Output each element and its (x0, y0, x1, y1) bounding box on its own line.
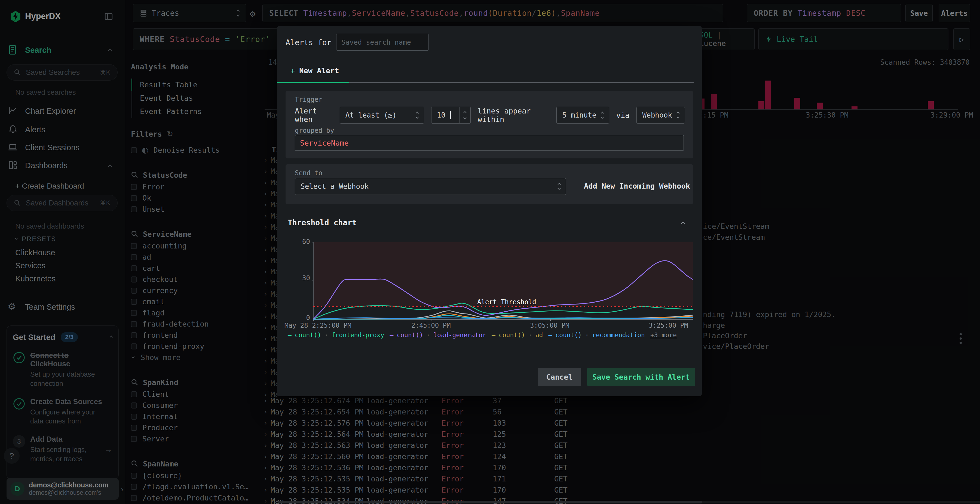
legend-more-button[interactable]: +3 more (650, 331, 677, 339)
active-tab-indicator (277, 82, 349, 83)
tab-divider (349, 82, 694, 83)
legend-fn: count() (295, 331, 321, 339)
legend-item-load-generator[interactable]: —count()·load-generator (390, 331, 487, 339)
trigger-label: Trigger (295, 96, 322, 103)
legend-fn: count() (555, 331, 582, 339)
y-tick-60: 60 (299, 238, 310, 245)
webhook-select-value: Select a Webhook (301, 182, 369, 191)
plus-icon: + (290, 67, 295, 75)
send-to-section: Send to Select a Webhook Add New Incomin… (286, 164, 693, 204)
x-tick-1: 2:45:00 PM (411, 322, 451, 329)
legend-series-name: ad (535, 331, 543, 339)
legend-swatch: — (288, 331, 291, 339)
time-window-select[interactable]: 5 minute (557, 107, 609, 124)
app-screen: HyperDX Search Saved Searches ⌘K No save… (0, 0, 980, 504)
lines-appear-label: lines appear within (478, 107, 550, 124)
webhook-select[interactable]: Select a Webhook (295, 178, 566, 195)
select-arrows-icon (558, 183, 560, 189)
legend-series-name: recommendation (592, 331, 645, 339)
threshold-chart (312, 242, 693, 321)
legend-sep: · (585, 331, 589, 339)
grouped-by-value: ServiceName (300, 139, 349, 147)
y-tick-0: 0 (303, 314, 310, 322)
legend-series-name: frontend-proxy (332, 331, 384, 339)
select-arrows-icon (416, 112, 418, 118)
channel-value: Webhook (642, 111, 672, 119)
legend-swatch: — (492, 331, 495, 339)
comparator-select[interactable]: At least (≥) (340, 107, 424, 124)
legend-item-frontend-proxy[interactable]: —count()·frontend-proxy (288, 331, 384, 339)
via-label: via (616, 111, 630, 119)
alert-when-label: Alert when (295, 107, 332, 124)
send-to-label: Send to (295, 169, 322, 177)
select-arrows-icon (601, 112, 603, 118)
modal-title: Alerts for (286, 38, 332, 47)
x-tick-2: 3:05:00 PM (530, 322, 570, 329)
legend-fn: count() (499, 331, 525, 339)
tab-label: New Alert (299, 67, 339, 75)
grouped-by-input[interactable]: ServiceName (295, 135, 684, 151)
y-tick-30: 30 (299, 274, 310, 282)
legend-swatch: — (548, 331, 552, 339)
chart-collapse-icon[interactable] (681, 221, 686, 226)
trigger-section: Trigger Alert when At least (≥) 10 lines… (286, 91, 693, 158)
legend-series-name: load-generator (433, 331, 486, 339)
tab-new-alert[interactable]: + New Alert (290, 67, 339, 75)
channel-select[interactable]: Webhook (636, 107, 685, 124)
add-webhook-link[interactable]: Add New Incoming Webhook (584, 182, 690, 190)
threshold-value-input[interactable]: 10 (431, 107, 471, 124)
alert-threshold-label: Alert Threshold (477, 298, 536, 306)
number-stepper[interactable] (460, 107, 470, 123)
text-caret (450, 111, 451, 119)
legend-fn: count() (397, 331, 423, 339)
threshold-value: 10 (437, 111, 445, 119)
comparator-value: At least (≥) (345, 111, 397, 119)
legend-sep: · (528, 331, 532, 339)
legend-item-recommendation[interactable]: —count()·recommendation (548, 331, 645, 339)
alerts-modal: Alerts for + New Alert Trigger Alert whe… (277, 26, 702, 396)
cancel-button[interactable]: Cancel (538, 368, 581, 386)
legend-swatch: — (390, 331, 394, 339)
chart-legend: —count()·frontend-proxy—count()·load-gen… (288, 331, 677, 339)
legend-sep: · (426, 331, 430, 339)
select-arrows-icon (677, 112, 679, 118)
threshold-chart-title: Threshold chart (288, 218, 356, 227)
legend-item-ad[interactable]: —count()·ad (492, 331, 543, 339)
save-search-with-alert-button[interactable]: Save Search with Alert (587, 368, 695, 386)
saved-search-name-input[interactable] (336, 34, 429, 51)
time-window-value: 5 minute (562, 111, 596, 119)
grouped-by-label: grouped by (295, 127, 334, 134)
x-tick-0: May 28 2:25:00 PM (285, 322, 352, 329)
legend-sep: · (325, 331, 328, 339)
x-tick-3: 3:25:00 PM (649, 322, 688, 329)
